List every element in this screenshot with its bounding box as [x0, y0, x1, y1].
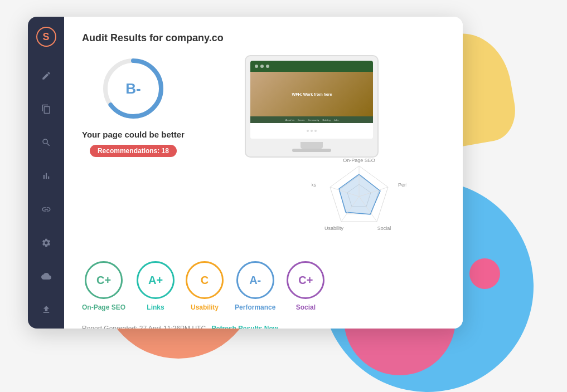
category-label-social: Social: [296, 303, 316, 311]
monitor: WFH: Work from here About Us Events Comm…: [245, 55, 406, 243]
dot-1: [307, 130, 309, 132]
monitor-hero-title: WFH: Work from here: [292, 92, 332, 96]
category-label-performance: Performance: [235, 303, 275, 311]
sidebar-icon-search[interactable]: [37, 134, 55, 151]
monitor-nav-dot-3: [266, 65, 269, 68]
sidebar-icon-link[interactable]: [37, 200, 55, 218]
category-performance: A- Performance: [235, 261, 275, 311]
monitor-screen: WFH: Work from here About Us Events Comm…: [250, 61, 373, 139]
category-links: A+ Links: [137, 261, 175, 311]
monitor-menu-item-5: Jobs: [334, 119, 338, 121]
category-on-page-seo: C+ On-Page SEO: [82, 261, 125, 311]
sidebar-icon-copy[interactable]: [37, 100, 55, 118]
sidebar: S: [28, 17, 64, 329]
grade-circle: B-: [100, 55, 167, 122]
website-preview: WFH: Work from here About Us Events Comm…: [207, 55, 445, 243]
svg-text:Perf.: Perf.: [398, 182, 406, 188]
report-footer: Report Generated: 27 April 11:26PM UTC R…: [82, 325, 445, 329]
category-label-usability: Usability: [191, 303, 219, 311]
svg-text:Links: Links: [312, 182, 316, 188]
score-section: B- Your page could be better Recommendat…: [82, 55, 445, 243]
monitor-nav-dot-2: [260, 65, 264, 68]
sidebar-icon-cloud[interactable]: [37, 267, 55, 285]
category-circle-performance: A-: [236, 261, 274, 299]
sidebar-logo[interactable]: S: [36, 27, 56, 47]
category-circle-usability: C: [186, 261, 224, 299]
monitor-frame: WFH: Work from here About Us Events Comm…: [245, 55, 379, 158]
report-generated-text: Report Generated: 27 April 11:26PM UTC: [82, 325, 206, 329]
svg-marker-5: [339, 174, 380, 214]
sidebar-icon-edit[interactable]: [37, 67, 55, 85]
dot-2: [311, 130, 313, 132]
monitor-footer: [250, 123, 373, 139]
category-circle-links: A+: [137, 261, 175, 299]
main-content: Audit Results for company.co B- Your pag…: [64, 17, 463, 329]
monitor-nav-bar: [250, 61, 373, 72]
page-title: Audit Results for company.co: [82, 32, 445, 44]
svg-text:On-Page SEO: On-Page SEO: [343, 158, 376, 163]
monitor-stand: [301, 142, 323, 149]
refresh-results-link[interactable]: Refresh Results Now: [211, 325, 278, 329]
monitor-footer-dots: [307, 130, 317, 132]
category-usability: C Usability: [186, 261, 224, 311]
categories-section: C+ On-Page SEO A+ Links C Usability A- P…: [82, 261, 445, 311]
monitor-menu-item-2: Events: [298, 119, 304, 121]
score-message: Your page could be better: [82, 130, 185, 139]
logo-text: S: [42, 31, 49, 43]
category-social: C+ Social: [287, 261, 324, 311]
sidebar-icon-settings[interactable]: [37, 234, 55, 252]
radar-chart-container: On-Page SEO Perf. Social Usability Links: [312, 152, 406, 243]
monitor-nav-dot-1: [255, 65, 258, 68]
category-circle-social: C+: [287, 261, 324, 299]
svg-text:Social: Social: [377, 226, 391, 231]
monitor-menu-item-4: Building: [323, 119, 331, 121]
monitor-menu: About Us Events Community Building Jobs: [250, 116, 373, 123]
score-left: B- Your page could be better Recommendat…: [82, 55, 185, 157]
category-label-on-page-seo: On-Page SEO: [82, 303, 125, 311]
person-hand: [469, 258, 500, 289]
recommendations-badge[interactable]: Recommendations: 18: [90, 145, 177, 157]
monitor-menu-item-1: About Us: [285, 119, 294, 121]
sidebar-icon-chart[interactable]: [37, 167, 55, 185]
category-label-links: Links: [147, 303, 164, 311]
category-circle-on-page-seo: C+: [85, 261, 123, 299]
svg-text:Usability: Usability: [324, 226, 344, 231]
dot-3: [314, 130, 317, 132]
sidebar-icon-upload[interactable]: [37, 301, 55, 318]
monitor-hero: WFH: Work from here: [250, 72, 373, 116]
radar-chart: On-Page SEO Perf. Social Usability Links: [312, 152, 406, 241]
grade-text: B-: [125, 80, 140, 97]
app-window: S: [28, 17, 463, 329]
monitor-menu-item-3: Community: [308, 119, 319, 121]
